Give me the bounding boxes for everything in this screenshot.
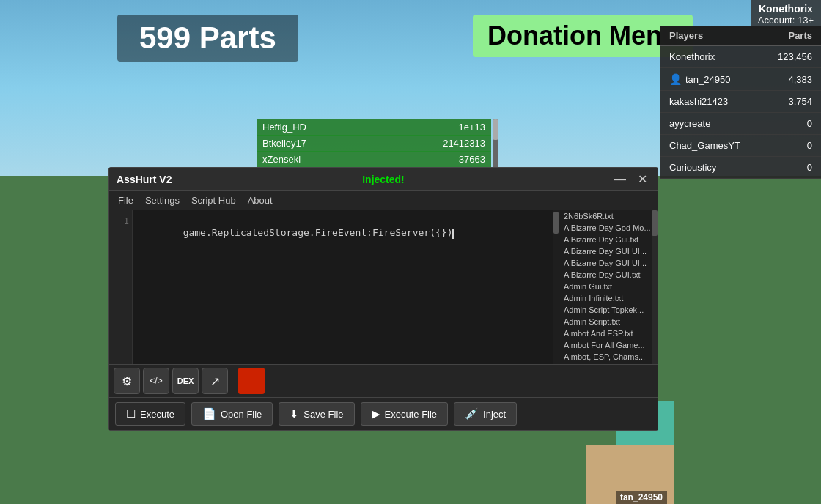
open-file-button[interactable]: 📄 Open File — [191, 402, 273, 426]
code-icon: </> — [150, 376, 162, 386]
player-row-tan: 👤 tan_24950 4,383 — [660, 68, 821, 91]
dex-icon: DEX — [177, 377, 194, 385]
script-item-4[interactable]: A Bizarre Day GUI UI... — [559, 257, 658, 269]
execute-file-label: Execute File — [385, 409, 438, 420]
bottom-player-tag: tan_24950 — [616, 491, 667, 504]
lb-name-2: xZenseki — [262, 154, 301, 165]
players-col-header: Players — [669, 30, 703, 41]
script-item-12[interactable]: Aimbot, ESP, Chams... — [559, 351, 658, 363]
executor-body: 1 game.ReplicatedStorage.FireEvent:FireS… — [109, 210, 658, 364]
bottom-player-name: tan_24950 — [620, 492, 663, 503]
kakashi-label: kakashi21423 — [669, 96, 728, 107]
red-square-button[interactable] — [238, 368, 265, 394]
lb-score-0: 1e+13 — [458, 122, 485, 133]
curiousticy-parts: 0 — [807, 162, 812, 173]
ayycreate-label: ayycreate — [669, 118, 710, 129]
executor-menubar: File Settings Script Hub About — [109, 191, 658, 210]
player-name-chad: Chad_GamesYT — [669, 140, 740, 151]
player-name-konethorix: Konethorix — [669, 51, 715, 62]
save-file-icon: ⬇ — [290, 407, 299, 420]
lb-score-2: 37663 — [459, 154, 485, 165]
execute-button[interactable]: ☐ Execute — [115, 402, 185, 426]
player-row-kakashi: kakashi21423 3,754 — [660, 91, 821, 113]
lb-score-1: 21412313 — [443, 138, 485, 149]
gear-icon-button[interactable]: ⚙ — [114, 368, 140, 394]
player-name-kakashi: kakashi21423 — [669, 96, 728, 107]
curiousticy-label: Curiousticy — [669, 162, 716, 173]
menu-script-hub[interactable]: Script Hub — [185, 193, 242, 208]
code-text: game.ReplicatedStorage.FireEvent:FireSer… — [183, 227, 453, 238]
game-leaderboard: Heftig_HD 1e+13 Btkelley17 21412313 xZen… — [257, 119, 491, 168]
konethorix-parts: 123,456 — [778, 51, 812, 62]
script-list-scrollbar[interactable] — [652, 210, 658, 364]
tan-parts: 4,383 — [788, 74, 812, 85]
executor-window: AssHurt V2 Injected! — ✕ File Settings S… — [108, 167, 658, 431]
parts-col-header: Parts — [788, 30, 812, 41]
script-item-8[interactable]: Admin Script Topkek... — [559, 304, 658, 316]
execute-file-button[interactable]: ▶ Execute File — [361, 402, 449, 426]
script-item-0[interactable]: 2N6bSk6R.txt — [559, 210, 658, 222]
script-item-7[interactable]: Admin Infinite.txt — [559, 292, 658, 304]
arrow-icon: ↗ — [210, 374, 220, 388]
code-editor[interactable]: 1 game.ReplicatedStorage.FireEvent:FireS… — [109, 210, 553, 364]
script-item-9[interactable]: Admin Script.txt — [559, 316, 658, 327]
editor-scrollbar[interactable] — [553, 210, 559, 364]
ayycreate-parts: 0 — [807, 118, 812, 129]
chad-label: Chad_GamesYT — [669, 140, 740, 151]
editor-scroll-thumb — [553, 212, 559, 234]
menu-about[interactable]: About — [242, 193, 279, 208]
player-row-konethorix: Konethorix 123,456 — [660, 46, 821, 68]
editor-cursor — [452, 229, 454, 239]
execute-file-icon: ▶ — [372, 407, 380, 420]
save-file-button[interactable]: ⬇ Save File — [279, 402, 354, 426]
player-name-tan: 👤 tan_24950 — [669, 73, 730, 85]
editor-code-content[interactable]: game.ReplicatedStorage.FireEvent:FireSer… — [137, 216, 454, 250]
minimize-button[interactable]: — — [611, 173, 629, 186]
script-list: 2N6bSk6R.txt A Bizarre Day God Mo... A B… — [559, 210, 658, 364]
script-item-2[interactable]: A Bizarre Day Gui.txt — [559, 234, 658, 245]
user-info-panel: Konethorix Account: 13+ — [751, 0, 821, 29]
executor-window-controls: — ✕ — [611, 172, 650, 186]
line-number-1: 1 — [112, 216, 129, 226]
player-row-chad: Chad_GamesYT 0 — [660, 135, 821, 157]
leaderboard-row-2: xZenseki 37663 — [257, 152, 491, 168]
executor-status: Injected! — [362, 174, 405, 185]
leaderboard-row-1: Btkelley17 21412313 — [257, 136, 491, 152]
leaderboard-row-0: Heftig_HD 1e+13 — [257, 119, 491, 136]
player-row-curiousticy: Curiousticy 0 — [660, 157, 821, 179]
inject-label: Inject — [483, 409, 506, 420]
executor-toolbar: ⚙ </> DEX ↗ — [109, 364, 658, 397]
script-list-inner: 2N6bSk6R.txt A Bizarre Day God Mo... A B… — [559, 210, 658, 364]
script-item-10[interactable]: Aimbot And ESP.txt — [559, 327, 658, 339]
tan-label: tan_24950 — [685, 74, 730, 85]
username-display: Konethorix — [758, 3, 814, 15]
gear-icon: ⚙ — [122, 374, 132, 388]
save-file-label: Save File — [303, 409, 343, 420]
inject-icon: 💉 — [465, 407, 479, 420]
player-row-ayycreate: ayycreate 0 — [660, 113, 821, 135]
dex-icon-button[interactable]: DEX — [172, 368, 199, 394]
close-button[interactable]: ✕ — [635, 172, 650, 186]
player-icon-tan: 👤 — [669, 73, 681, 85]
lb-name-0: Heftig_HD — [262, 122, 306, 133]
script-item-5[interactable]: A Bizarre Day GUI.txt — [559, 269, 658, 281]
inject-button[interactable]: 💉 Inject — [454, 402, 517, 426]
script-list-scroll-thumb — [652, 210, 658, 236]
menu-settings[interactable]: Settings — [139, 193, 185, 208]
executor-titlebar: AssHurt V2 Injected! — ✕ — [109, 168, 658, 191]
open-file-label: Open File — [221, 409, 262, 420]
line-numbers: 1 — [109, 210, 133, 364]
arrow-icon-button[interactable]: ↗ — [202, 368, 228, 394]
parts-counter: 599 Parts — [117, 15, 298, 62]
lb-name-1: Btkelley17 — [262, 138, 306, 149]
konethorix-label: Konethorix — [669, 51, 715, 62]
script-item-1[interactable]: A Bizarre Day God Mo... — [559, 222, 658, 234]
menu-file[interactable]: File — [112, 193, 139, 208]
open-file-icon: 📄 — [202, 407, 216, 420]
code-icon-button[interactable]: </> — [143, 368, 169, 394]
players-panel: Players Parts Konethorix 123,456 👤 tan_2… — [660, 26, 821, 179]
script-item-6[interactable]: Admin Gui.txt — [559, 281, 658, 292]
script-item-3[interactable]: A Bizarre Day GUI UI... — [559, 245, 658, 257]
script-item-11[interactable]: Aimbot For All Game... — [559, 339, 658, 351]
players-panel-header: Players Parts — [660, 26, 821, 46]
